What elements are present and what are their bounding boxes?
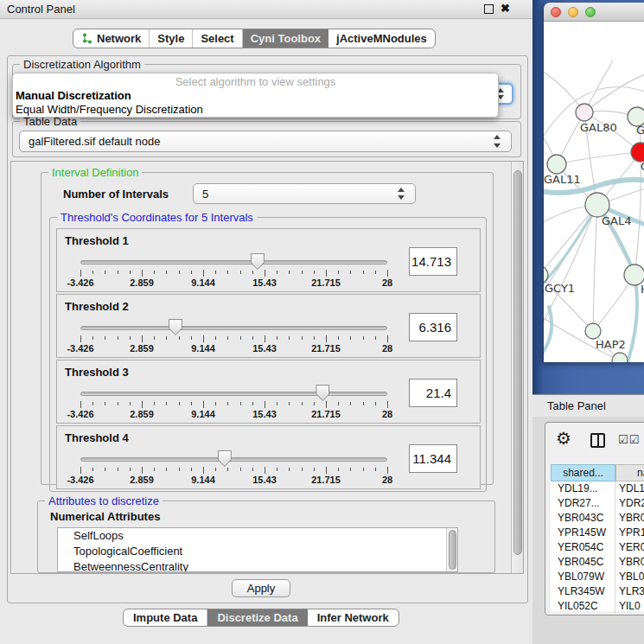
table-row[interactable]: YBR045CYBR0 bbox=[551, 555, 644, 570]
table-cell-shared-name[interactable]: YDL19... bbox=[551, 481, 615, 496]
mac-minimize-icon[interactable] bbox=[568, 7, 578, 17]
table-cell-shared-name[interactable]: YBR043C bbox=[551, 511, 615, 526]
table-row[interactable]: YPR145WYPR1 bbox=[551, 526, 644, 540]
tab-select[interactable]: Select bbox=[193, 29, 242, 48]
slider-track[interactable] bbox=[80, 392, 387, 396]
table-cell-name[interactable]: YPR1 bbox=[615, 526, 644, 540]
close-icon[interactable]: ✖ bbox=[501, 2, 510, 15]
slider-track[interactable] bbox=[80, 260, 387, 265]
threshold-value-field[interactable]: 21.4 bbox=[409, 379, 457, 407]
network-node[interactable] bbox=[585, 193, 609, 217]
threshold-value-field[interactable]: 6.316 bbox=[409, 313, 457, 341]
scrollbar-thumb[interactable] bbox=[449, 530, 456, 570]
list-item[interactable]: TopologicalCoefficient bbox=[58, 544, 457, 559]
slider-track[interactable] bbox=[80, 326, 387, 330]
table-cell-name[interactable]: YBL0 bbox=[615, 570, 644, 584]
slider-tick bbox=[350, 468, 351, 471]
slider-tick bbox=[240, 402, 241, 405]
table-row[interactable]: YER054CYER0 bbox=[551, 540, 644, 555]
slider-tick bbox=[227, 336, 228, 340]
number-of-intervals-combobox[interactable]: 5 bbox=[193, 183, 416, 204]
gear-icon[interactable]: ⚙ bbox=[556, 430, 571, 447]
threshold-value-field[interactable]: 11.344 bbox=[409, 444, 457, 473]
slider-tick-label: 21.715 bbox=[311, 343, 341, 354]
list-item[interactable]: BetweennessCentrality bbox=[58, 559, 457, 572]
mac-close-icon[interactable] bbox=[551, 7, 561, 17]
table-cell-shared-name[interactable]: YBR045C bbox=[551, 555, 615, 570]
network-node[interactable] bbox=[544, 266, 548, 284]
table-row[interactable]: YBR043CYBR0 bbox=[551, 511, 644, 526]
vertical-scrollbar[interactable] bbox=[511, 162, 524, 574]
slider-tick bbox=[387, 401, 388, 408]
slider-tick bbox=[118, 271, 118, 274]
tab-infer-network[interactable]: Infer Network bbox=[308, 609, 399, 626]
network-edge-highlighted bbox=[544, 307, 552, 357]
tab-style[interactable]: Style bbox=[150, 29, 193, 48]
tab-jactivemnodules[interactable]: jActiveMNodules bbox=[328, 29, 435, 48]
table-cell-shared-name[interactable]: YBL079W bbox=[551, 570, 615, 584]
slider-tick bbox=[302, 336, 303, 340]
slider-tick bbox=[215, 271, 216, 274]
network-node-label: GAL80 bbox=[580, 121, 617, 134]
slider-tick-label: 15.43 bbox=[252, 409, 277, 419]
table-cell-name[interactable]: YLR3 bbox=[615, 584, 644, 599]
mac-zoom-icon[interactable] bbox=[585, 7, 596, 17]
scrollbar-thumb[interactable] bbox=[513, 170, 522, 555]
column-header-name[interactable]: na bbox=[615, 464, 644, 481]
table-cell-shared-name[interactable]: YER054C bbox=[551, 540, 615, 555]
tab-discretize-data[interactable]: Discretize Data bbox=[207, 609, 307, 626]
table-cell-name[interactable]: YDR2 bbox=[615, 496, 644, 511]
slider-tick bbox=[338, 271, 339, 274]
dropdown-option-equal-width[interactable]: Equal Width/Frequency Discretization bbox=[13, 103, 498, 117]
slider-thumb[interactable] bbox=[251, 253, 265, 270]
table-cell-shared-name[interactable]: YLR345W bbox=[551, 584, 615, 599]
interval-definition-label: Interval Definition bbox=[48, 166, 142, 179]
network-edge-highlighted bbox=[628, 275, 637, 362]
tab-select-label: Select bbox=[201, 29, 233, 48]
table-cell-name[interactable]: YBR0 bbox=[615, 555, 644, 570]
slider-thumb[interactable] bbox=[218, 450, 232, 467]
list-scrollbar[interactable] bbox=[446, 528, 457, 571]
table-cell-name[interactable]: YDL1 bbox=[615, 481, 644, 496]
network-edge bbox=[544, 205, 597, 275]
network-node[interactable] bbox=[576, 104, 593, 121]
table-data-combobox[interactable]: galFiltered.sif default node bbox=[19, 131, 512, 152]
network-canvas[interactable]: GAL80GACGAL11GAL4GCY1HHAP2 bbox=[544, 22, 644, 362]
checkboxes-icon[interactable]: ☑☑ bbox=[618, 433, 640, 446]
threshold-box-1: Threshold 1-3.4262.8599.14415.4321.71528… bbox=[56, 228, 481, 292]
table-row[interactable]: YIL052CYIL0 bbox=[551, 599, 644, 614]
threshold-value-field[interactable]: 14.713 bbox=[409, 247, 457, 276]
network-node-label: GA bbox=[636, 124, 644, 137]
slider-thumb[interactable] bbox=[316, 385, 329, 401]
table-cell-name[interactable]: YIL0 bbox=[615, 599, 644, 614]
table-row[interactable]: YDR27...YDR2 bbox=[551, 496, 644, 511]
table-cell-shared-name[interactable]: YPR145W bbox=[551, 526, 615, 540]
list-item[interactable]: SelfLoops bbox=[58, 528, 457, 544]
slider-tick bbox=[338, 402, 339, 405]
slider-tick-label: 2.859 bbox=[130, 409, 154, 419]
tab-cyni-toolbox[interactable]: Cyni Toolbox bbox=[243, 29, 328, 48]
network-node[interactable] bbox=[585, 323, 601, 339]
table-cell-name[interactable]: YBR0 bbox=[615, 511, 644, 526]
table-row[interactable]: YDL19...YDL1 bbox=[551, 481, 644, 496]
column-header-shared[interactable]: shared... bbox=[551, 464, 615, 481]
table-row[interactable]: YBL079WYBL0 bbox=[551, 570, 644, 584]
float-icon[interactable] bbox=[484, 4, 494, 14]
network-node[interactable] bbox=[547, 155, 566, 174]
slider-track[interactable] bbox=[80, 457, 387, 462]
dropdown-option-manual[interactable]: Manual Discretization bbox=[13, 89, 498, 103]
network-window-titlebar[interactable] bbox=[544, 3, 644, 22]
tab-impute-data[interactable]: Impute Data bbox=[124, 609, 207, 626]
tab-network[interactable]: Network bbox=[73, 29, 150, 48]
table-row[interactable]: YLR345WYLR3 bbox=[551, 584, 644, 599]
combo-spinner-icon bbox=[494, 135, 501, 139]
table-rows: YDL19...YDL1YDR27...YDR2YBR043CYBR0YPR14… bbox=[551, 481, 644, 614]
apply-button[interactable]: Apply bbox=[232, 579, 290, 597]
dropdown-hint: Select algorithm to view settings bbox=[13, 75, 498, 89]
network-node[interactable] bbox=[612, 353, 628, 362]
slider-thumb[interactable] bbox=[169, 319, 182, 335]
table-cell-shared-name[interactable]: YIL052C bbox=[551, 599, 615, 614]
table-cell-shared-name[interactable]: YDR27... bbox=[551, 496, 615, 511]
split-pane-icon[interactable] bbox=[590, 433, 605, 448]
table-cell-name[interactable]: YER0 bbox=[615, 540, 644, 555]
